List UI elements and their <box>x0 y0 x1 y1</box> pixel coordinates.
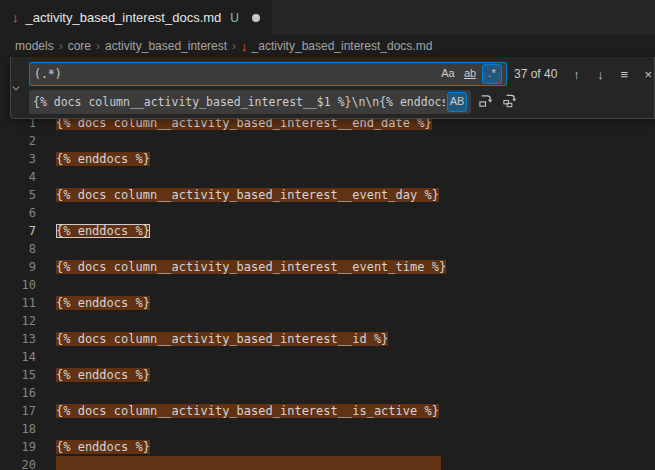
editor-line[interactable]: 11{% enddocs %} <box>0 294 655 312</box>
editor-line[interactable]: 5{% docs column__activity_based_interest… <box>0 186 655 204</box>
line-content[interactable]: {% enddocs %} <box>56 438 150 456</box>
previous-match-button[interactable]: ↑ <box>566 64 586 84</box>
regex-button[interactable]: .* <box>482 64 502 84</box>
editor-line[interactable]: 9{% docs column__activity_based_interest… <box>0 258 655 276</box>
find-match: {% docs column__activity_based_interest_… <box>56 188 439 202</box>
find-match <box>56 456 441 470</box>
replace-all-icon <box>502 93 517 111</box>
editor-line[interactable]: 3{% enddocs %} <box>0 150 655 168</box>
git-status-badge: U <box>230 11 239 25</box>
line-number: 5 <box>0 186 36 204</box>
close-icon[interactable]: × <box>638 64 655 84</box>
toggle-replace-button[interactable] <box>11 57 21 118</box>
tab-filename: _activity_based_interest_docs.md <box>26 10 222 25</box>
line-number: 11 <box>0 294 36 312</box>
whole-word-button[interactable]: ab <box>460 64 480 84</box>
replace-input[interactable]: {% docs column__activity_based_interest_… <box>29 90 471 114</box>
results-count: 37 of 40 <box>514 67 557 81</box>
line-number: 4 <box>0 168 36 186</box>
breadcrumb: models › core › activity_based_interest … <box>0 35 655 57</box>
editor-line[interactable]: 8 <box>0 240 655 258</box>
line-content[interactable]: {% docs column__activity_based_interest_… <box>56 402 439 420</box>
replace-all-button[interactable] <box>499 92 519 112</box>
line-number: 10 <box>0 276 36 294</box>
find-match: {% enddocs %} <box>56 224 150 238</box>
line-number: 9 <box>0 258 36 276</box>
breadcrumb-file-label: _activity_based_interest_docs.md <box>252 39 433 53</box>
find-match: {% docs column__activity_based_interest_… <box>56 332 388 346</box>
replace-button[interactable] <box>475 92 495 112</box>
breadcrumb-item-core[interactable]: core <box>68 39 91 53</box>
dbt-file-icon: ↓ <box>241 40 248 53</box>
dbt-file-icon: ↓ <box>12 11 19 24</box>
line-number: 16 <box>0 384 36 402</box>
editor-tab[interactable]: ↓ _activity_based_interest_docs.md U <box>0 0 272 35</box>
line-content[interactable]: {% docs column__activity_based_interest_… <box>56 330 388 348</box>
next-match-button[interactable]: ↓ <box>590 64 610 84</box>
find-input[interactable]: (.*) Aa ab .* <box>29 62 507 86</box>
line-number: 8 <box>0 240 36 258</box>
replace-icon <box>478 93 493 111</box>
line-number: 2 <box>0 132 36 150</box>
replace-input-value[interactable]: {% docs column__activity_based_interest_… <box>33 95 445 109</box>
breadcrumb-separator: › <box>232 39 236 53</box>
editor[interactable]: 1{% docs column__activity_based_interest… <box>0 57 655 470</box>
find-match: {% docs column__activity_based_interest_… <box>56 404 439 418</box>
preserve-case-button[interactable]: AB <box>447 92 467 112</box>
tab-bar: ↓ _activity_based_interest_docs.md U <box>0 0 655 35</box>
editor-line[interactable]: 6 <box>0 204 655 222</box>
editor-line[interactable]: 18 <box>0 420 655 438</box>
line-number: 15 <box>0 366 36 384</box>
find-match: {% enddocs %} <box>56 296 150 310</box>
breadcrumb-separator: › <box>96 39 100 53</box>
line-content[interactable]: {% enddocs %} <box>56 150 150 168</box>
find-in-selection-icon[interactable]: ≡ <box>614 64 634 84</box>
line-number: 14 <box>0 348 36 366</box>
line-content[interactable]: {% enddocs %} <box>56 294 150 312</box>
match-case-button[interactable]: Aa <box>438 64 458 84</box>
editor-line[interactable]: 19{% enddocs %} <box>0 438 655 456</box>
line-number: 3 <box>0 150 36 168</box>
editor-line[interactable]: 20 <box>0 456 655 470</box>
editor-line[interactable]: 16 <box>0 384 655 402</box>
line-number: 18 <box>0 420 36 438</box>
breadcrumb-item-models[interactable]: models <box>15 39 54 53</box>
find-match: {% enddocs %} <box>56 368 150 382</box>
line-number: 12 <box>0 312 36 330</box>
find-match: {% enddocs %} <box>56 440 150 454</box>
vscode-window: ↓ _activity_based_interest_docs.md U mod… <box>0 0 655 470</box>
line-number: 7 <box>0 222 36 240</box>
modified-indicator[interactable] <box>252 14 260 22</box>
line-content[interactable]: {% enddocs %} <box>56 222 150 240</box>
chevron-down-icon <box>11 79 21 97</box>
line-number: 19 <box>0 438 36 456</box>
line-number: 20 <box>0 456 36 470</box>
editor-line[interactable]: 13{% docs column__activity_based_interes… <box>0 330 655 348</box>
editor-line[interactable]: 7{% enddocs %} <box>0 222 655 240</box>
editor-line[interactable]: 14 <box>0 348 655 366</box>
editor-line[interactable]: 17{% docs column__activity_based_interes… <box>0 402 655 420</box>
editor-line[interactable]: 2 <box>0 132 655 150</box>
line-number: 17 <box>0 402 36 420</box>
editor-line[interactable]: 15{% enddocs %} <box>0 366 655 384</box>
line-content[interactable]: {% docs column__activity_based_interest_… <box>56 258 446 276</box>
editor-line[interactable]: 12 <box>0 312 655 330</box>
find-match: {% docs column__activity_based_interest_… <box>56 260 446 274</box>
breadcrumb-separator: › <box>59 39 63 53</box>
line-number: 13 <box>0 330 36 348</box>
line-number: 6 <box>0 204 36 222</box>
find-input-value[interactable]: (.*) <box>34 67 436 81</box>
breadcrumb-item-activity-based-interest[interactable]: activity_based_interest <box>105 39 227 53</box>
line-content[interactable] <box>56 456 441 470</box>
find-replace-widget: (.*) Aa ab .* 37 of 40 ↑ ↓ ≡ × {% docs c… <box>10 57 655 119</box>
line-content[interactable]: {% enddocs %} <box>56 366 150 384</box>
editor-line[interactable]: 10 <box>0 276 655 294</box>
line-content[interactable]: {% docs column__activity_based_interest_… <box>56 186 439 204</box>
find-match: {% enddocs %} <box>56 152 150 166</box>
breadcrumb-item-file[interactable]: ↓ _activity_based_interest_docs.md <box>241 39 432 53</box>
editor-line[interactable]: 4 <box>0 168 655 186</box>
